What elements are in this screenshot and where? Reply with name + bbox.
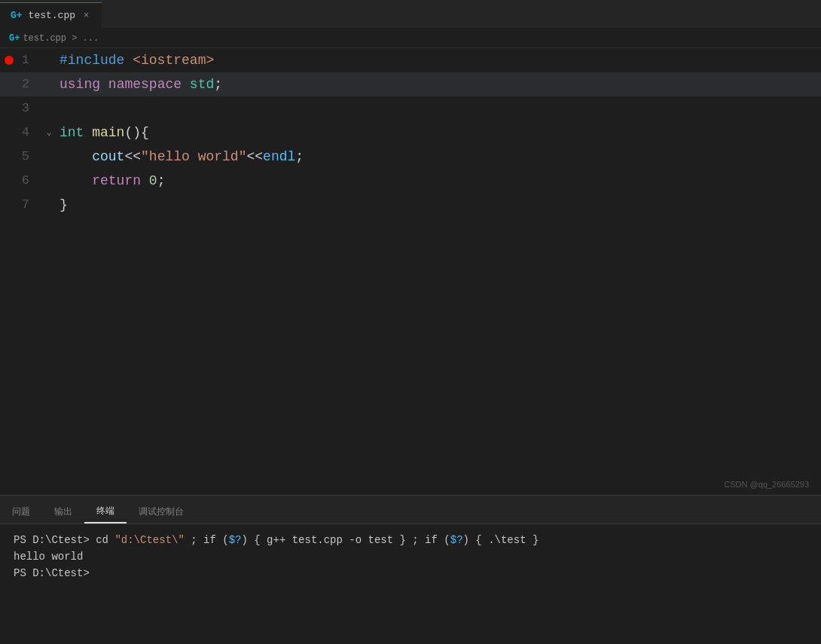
token: return <box>92 173 141 188</box>
token: << <box>124 149 141 164</box>
token <box>60 149 92 164</box>
panel-tab-输出[interactable]: 输出 <box>42 499 84 523</box>
tab-close-button[interactable]: × <box>81 10 91 22</box>
token: main <box>92 125 124 140</box>
token: } <box>60 197 68 212</box>
line-number-2: 2 <box>0 72 41 96</box>
terminal[interactable]: PS D:\Ctest> cd "d:\Ctest\" ; if ($?) { … <box>0 524 821 644</box>
line-content-7: } <box>56 193 821 217</box>
terminal-line-1: PS D:\Ctest> cd "d:\Ctest\" ; if ($?) { … <box>14 532 807 548</box>
editor-line-7: 7} <box>0 193 821 217</box>
panel-tab-终端[interactable]: 终端 <box>84 499 127 523</box>
line-number-6: 6 <box>0 169 41 193</box>
token: 0 <box>149 173 157 188</box>
token: ; <box>214 77 222 92</box>
token: "hello world" <box>141 149 246 164</box>
panel: 问题输出终端调试控制台 PS D:\Ctest> cd "d:\Ctest\" … <box>0 495 821 644</box>
editor-line-3: 3 <box>0 96 821 121</box>
terminal-var1: $? <box>229 534 242 546</box>
editor: 1#include <iostream>2using namespace std… <box>0 48 821 495</box>
terminal-path-arg: "d:\Ctest\" <box>114 534 184 546</box>
terminal-var2: $? <box>450 534 463 546</box>
terminal-line-2: hello world <box>14 548 807 565</box>
line-number-7: 7 <box>0 193 41 217</box>
editor-line-4: 4⌄int main(){ <box>0 121 821 145</box>
editor-line-2: 2using namespace std; <box>0 72 821 96</box>
token: <iostream> <box>133 53 214 68</box>
line-content-2: using namespace std; <box>56 72 821 96</box>
tab-test-cpp[interactable]: G+ test.cpp × <box>0 2 102 28</box>
tab-bar: G+ test.cpp × <box>0 0 821 29</box>
token: namespace <box>108 77 182 92</box>
token: int <box>60 125 84 140</box>
token <box>141 173 149 188</box>
editor-line-1: 1#include <iostream> <box>0 48 821 72</box>
tab-icon: G+ <box>11 10 23 21</box>
token <box>60 173 92 188</box>
watermark: CSDN @qq_26665293 <box>724 480 809 489</box>
line-number-4: 4 <box>0 121 41 145</box>
token: std <box>190 77 214 92</box>
terminal-cd-cmd: cd <box>96 534 114 546</box>
breadcrumb: G+ test.cpp > ... <box>0 29 821 48</box>
line-content-6: return 0; <box>56 169 821 193</box>
terminal-semi: ; if ( <box>185 534 229 546</box>
fold-arrow-4[interactable]: ⌄ <box>41 121 56 145</box>
line-number-1: 1 <box>0 48 41 72</box>
editor-line-6: 6 return 0; <box>0 169 821 193</box>
token: ; <box>295 149 304 164</box>
panel-tab-调试控制台[interactable]: 调试控制台 <box>127 499 196 523</box>
tab-filename: test.cpp <box>29 10 75 21</box>
breadcrumb-icon: G+ <box>9 33 20 44</box>
terminal-brace2: ) { .\test } <box>463 534 539 546</box>
terminal-line-3: PS D:\Ctest> <box>14 565 807 581</box>
line-content-1: #include <iostream> <box>56 48 821 72</box>
panel-tab-问题[interactable]: 问题 <box>0 499 42 523</box>
token: endl <box>263 149 295 164</box>
token: #include <box>60 53 133 68</box>
token: cout <box>92 149 124 164</box>
token <box>100 77 108 92</box>
token: << <box>246 149 263 164</box>
editor-line-5: 5 cout<<"hello world"<<endl; <box>0 145 821 169</box>
editor-container: 1#include <iostream>2using namespace std… <box>0 48 821 495</box>
token: (){ <box>124 125 148 140</box>
terminal-prompt: PS D:\Ctest> <box>14 534 96 546</box>
token: using <box>60 77 100 92</box>
panel-tabs: 问题输出终端调试控制台 <box>0 496 821 524</box>
token <box>182 77 190 92</box>
line-content-5: cout<<"hello world"<<endl; <box>56 145 821 169</box>
breakpoint-icon <box>5 56 14 65</box>
terminal-brace1: ) { g++ test.cpp -o test } ; if ( <box>241 534 450 546</box>
token <box>84 125 92 140</box>
line-number-5: 5 <box>0 145 41 169</box>
token: ; <box>157 173 166 188</box>
line-number-3: 3 <box>0 96 41 121</box>
line-content-4: int main(){ <box>56 121 821 145</box>
breadcrumb-path: test.cpp > ... <box>23 33 99 44</box>
